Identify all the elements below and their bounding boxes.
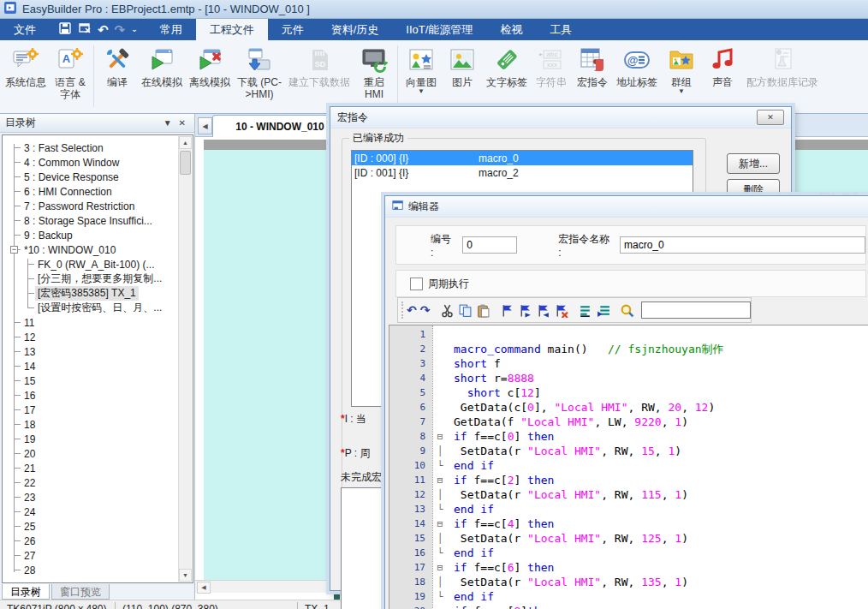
tree-item[interactable]: 28 xyxy=(3,563,179,577)
menu-file[interactable]: 文件 xyxy=(0,19,50,40)
ribbon-button-地址标签[interactable]: @地址标签 xyxy=(613,44,661,90)
code-line[interactable]: 13└end if xyxy=(389,502,868,516)
scrollbar-thumb[interactable] xyxy=(180,151,191,175)
redo-icon[interactable]: ↷ xyxy=(115,23,126,36)
code-line[interactable]: 3short f xyxy=(389,356,868,371)
fold-start-icon[interactable]: ⊟ xyxy=(432,562,448,573)
ribbon-button-在线模拟[interactable]: 在线模拟 xyxy=(138,44,186,90)
tree-item[interactable]: 11 xyxy=(3,315,179,330)
menu-tab-工具[interactable]: 工具 xyxy=(536,19,586,40)
indent-list-icon[interactable] xyxy=(578,302,592,319)
tree-item[interactable]: −*10 : WINDOW_010 xyxy=(3,242,179,257)
bookmark-toggle-icon[interactable] xyxy=(500,302,514,319)
undo-icon[interactable]: ↶ xyxy=(407,302,417,319)
code-line[interactable]: 5 short c[12] xyxy=(389,385,868,400)
close-window-icon[interactable] xyxy=(78,21,92,38)
tree-item[interactable]: 8 : Storage Space Insuffici... xyxy=(3,213,179,228)
tab-scroll-left-icon[interactable]: ◀ xyxy=(198,117,212,134)
window-tab[interactable]: 10 - WINDOW_010 xyxy=(212,115,348,137)
ribbon-button-文字标签[interactable]: 文字标签 xyxy=(483,44,531,90)
macro-dialog-titlebar[interactable]: 宏指令 ✕ xyxy=(330,107,791,128)
code-line[interactable]: 11⊟if f==c[2] then xyxy=(389,473,868,487)
ribbon-button-编译[interactable]: 编译 xyxy=(97,44,138,90)
tree-item[interactable]: 26 xyxy=(3,534,179,548)
undo-icon[interactable]: ↶ xyxy=(98,23,109,36)
tree-item[interactable]: 20 xyxy=(3,446,179,461)
tree-scrollbar[interactable]: ▲ ▼ xyxy=(178,136,192,582)
collapse-expander-icon[interactable]: − xyxy=(10,246,18,254)
code-line[interactable]: 20⊟if f== c[8]then xyxy=(389,604,868,609)
menu-tab-工程文件[interactable]: 工程文件 xyxy=(196,19,268,40)
tree-item[interactable]: 4 : Common Window xyxy=(3,155,179,170)
tree-item[interactable]: 16 xyxy=(3,388,179,403)
bookmark-clear-icon[interactable] xyxy=(554,302,568,319)
tree-item[interactable]: 7 : Password Restriction xyxy=(3,199,179,213)
ribbon-button-语言&字体[interactable]: A语言 & 字体 xyxy=(50,44,91,102)
sidebar-tab-目录树[interactable]: 目录树 xyxy=(2,584,50,600)
ribbon-button-向量图[interactable]: 向量图▼ xyxy=(401,44,442,96)
tree-item[interactable]: FK_0 (RW_A_Bit-100) (... xyxy=(3,257,179,272)
code-line[interactable]: 7GetData(f "Local HMI", LW, 9220, 1) xyxy=(389,415,868,429)
tree-item[interactable]: 19 xyxy=(3,432,179,446)
sidebar-tab-窗口预览[interactable]: 窗口预览 xyxy=(51,584,110,600)
macro-list-item[interactable]: [ID : 000] {I}macro_0 xyxy=(352,151,693,165)
ribbon-button-下载(PC->HMI)[interactable]: 下载 (PC- >HMI) xyxy=(234,44,285,102)
code-line[interactable]: 19└end if xyxy=(389,589,868,604)
tree-item[interactable]: [设置时按密码、日、月、... xyxy=(3,301,179,315)
tree-item[interactable]: 24 xyxy=(3,505,179,519)
code-line[interactable]: 17⊟if f==c[6] then xyxy=(389,560,868,575)
tree-item[interactable]: 13 xyxy=(3,344,179,359)
close-icon[interactable]: ✕ xyxy=(757,110,784,125)
code-line[interactable]: 18│ SetData(r "Local HMI", RW, 135, 1) xyxy=(389,575,868,589)
tree-item[interactable]: [分三期，想要更多期复制... xyxy=(3,272,179,286)
code-line[interactable]: 9│ SetData(r "Local HMI", RW, 15, 1) xyxy=(389,444,868,458)
menu-tab-元件[interactable]: 元件 xyxy=(268,19,318,40)
goto-line-icon[interactable] xyxy=(596,302,610,319)
paste-icon[interactable] xyxy=(476,302,490,319)
menu-tab-资料/历史[interactable]: 资料/历史 xyxy=(318,19,393,40)
tree-item[interactable]: 21 xyxy=(3,461,179,475)
menu-tab-IIoT/能源管理[interactable]: IIoT/能源管理 xyxy=(392,19,486,40)
ribbon-button-图片[interactable]: 图片 xyxy=(442,44,483,90)
chevron-down-icon[interactable]: ▼ xyxy=(678,89,685,94)
tree-item[interactable]: 18 xyxy=(3,417,179,432)
find-input[interactable] xyxy=(641,302,751,319)
tree-item[interactable]: 9 : Backup xyxy=(3,228,179,242)
add-macro-button[interactable]: 新增... xyxy=(727,153,780,174)
code-line[interactable]: 12│ SetData(r "Local HMI", RW, 115, 1) xyxy=(389,487,868,502)
cut-icon[interactable] xyxy=(440,302,455,319)
editor-dialog-titlebar[interactable]: 编辑器 xyxy=(385,196,868,218)
scroll-up-icon[interactable]: ▲ xyxy=(179,136,192,149)
macro-name-input[interactable] xyxy=(620,236,865,254)
tree-item[interactable]: 23 xyxy=(3,490,179,505)
find-icon[interactable] xyxy=(620,302,634,319)
pending-macro-list[interactable] xyxy=(341,487,387,609)
tree-item[interactable]: 27 xyxy=(3,548,179,563)
tree-item[interactable]: [宏密码385385] TX_1 xyxy=(3,286,179,301)
ribbon-button-离线模拟[interactable]: 离线模拟 xyxy=(186,44,234,90)
code-line[interactable]: 8⊟if f==c[0] then xyxy=(389,429,868,444)
code-line[interactable]: 15│ SetData(r "Local HMI", RW, 125, 1) xyxy=(389,531,868,546)
fold-start-icon[interactable]: ⊟ xyxy=(432,606,448,609)
tree-item[interactable]: 17 xyxy=(3,403,179,417)
ribbon-button-群组[interactable]: 群组▼ xyxy=(661,44,702,96)
macro-id-input[interactable] xyxy=(462,236,517,254)
tree-item[interactable]: 5 : Device Response xyxy=(3,170,179,184)
menu-tab-检视[interactable]: 检视 xyxy=(486,19,536,40)
periodic-checkbox[interactable] xyxy=(410,278,423,290)
fold-start-icon[interactable]: ⊟ xyxy=(432,431,448,442)
copy-icon[interactable] xyxy=(458,302,473,319)
tree-item[interactable]: 12 xyxy=(3,330,179,344)
fold-start-icon[interactable]: ⊟ xyxy=(432,518,448,529)
tree-item[interactable]: 6 : HMI Connection xyxy=(3,184,179,199)
bookmark-next-icon[interactable] xyxy=(518,302,532,319)
tree-item[interactable]: 22 xyxy=(3,475,179,490)
code-line[interactable]: 2macro_command main() // fsjnzhouyan制作 xyxy=(389,342,868,356)
redo-icon[interactable]: ↷ xyxy=(420,302,431,319)
ribbon-button-声音[interactable]: 声音 xyxy=(702,44,743,90)
ribbon-button-系统信息[interactable]: 系统信息 xyxy=(2,44,50,90)
scroll-left-icon[interactable]: ◀ xyxy=(197,582,211,594)
ribbon-button-重启HMI[interactable]: 重启 HMI xyxy=(354,44,395,102)
chevron-down-icon[interactable]: ▼ xyxy=(418,89,425,94)
more-icon[interactable]: ⌄ xyxy=(131,26,138,33)
